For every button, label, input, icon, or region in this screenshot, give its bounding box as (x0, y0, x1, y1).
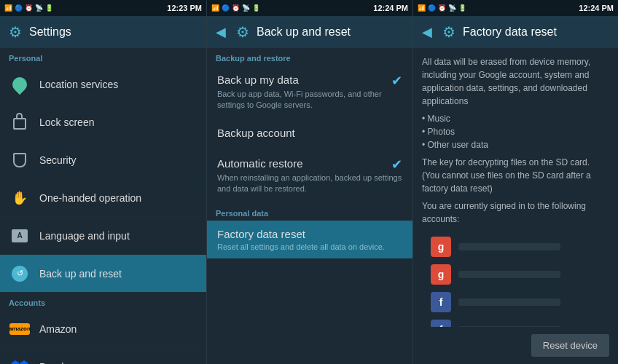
backup-my-data-subtitle: Back up app data, Wi-Fi passwords, and o… (217, 89, 402, 111)
backup-header-icon: ⚙ (236, 23, 249, 41)
backup-reset-title: Back up and reset (257, 25, 351, 39)
factory-reset-item[interactable]: Factory data reset Reset all settings an… (207, 221, 412, 258)
google-account-1-name (458, 243, 560, 250)
lock-screen-label: Lock screen (39, 116, 94, 128)
account-item-google-2: g (431, 261, 601, 288)
amazon-icon: amazon (10, 320, 29, 339)
google-icon-1: g (431, 237, 451, 257)
settings-panel-left: 📶 🔵 ⏰ 📡 🔋 12:23 PM ⚙ Settings Personal L… (0, 0, 207, 364)
account-item-facebook-2: f (431, 316, 601, 327)
backup-reset-panel: 📶 🔵 ⏰ 📡 🔋 12:24 PM ◀ ⚙ Back up and reset… (207, 0, 413, 364)
settings-header: ⚙ Settings (0, 16, 206, 48)
backup-my-data-checkmark[interactable]: ✔ (391, 73, 402, 89)
factory-reset-panel: 📶 🔵 ⏰ 📡 🔋 12:24 PM ◀ ⚙ Factory data rese… (413, 0, 618, 364)
language-input-label: Language and input (39, 230, 130, 242)
facebook-icon-2: f (431, 320, 451, 327)
reset-desc-para2: The key for decrypting files on the SD c… (422, 156, 609, 195)
sidebar-item-location-services[interactable]: Location services (0, 66, 206, 103)
sidebar-item-language-input[interactable]: A Language and input (0, 217, 206, 255)
status-icons-middle: 📶 🔵 ⏰ 📡 🔋 (211, 4, 260, 12)
factory-header-icon: ⚙ (442, 23, 455, 41)
sidebar-item-dropbox[interactable]: Dropbox (0, 348, 206, 364)
settings-title: Settings (29, 25, 71, 39)
location-services-label: Location services (39, 79, 118, 90)
google-icon-2: g (431, 264, 451, 285)
backup-reset-content: Backup and restore Back up my data ✔ Bac… (207, 48, 412, 364)
status-bar-right: 📶 🔵 ⏰ 📡 🔋 12:24 PM (413, 0, 618, 16)
reset-desc-para1: All data will be erased from device memo… (422, 55, 609, 108)
automatic-restore-checkmark[interactable]: ✔ (391, 157, 402, 173)
backup-my-data-title: Back up my data (217, 74, 299, 86)
status-bar-middle: 📶 🔵 ⏰ 📡 🔋 12:24 PM (207, 0, 412, 16)
facebook-icon-1: f (431, 292, 451, 312)
account-item-google-1: g (431, 233, 601, 261)
lock-icon (10, 113, 29, 132)
automatic-restore-item[interactable]: Automatic restore ✔ When reinstalling an… (207, 149, 412, 203)
reset-desc-bullets: • Music • Photos • Other user data (422, 112, 609, 151)
personal-section-label: Personal (0, 48, 206, 66)
status-time-right: 12:24 PM (579, 4, 614, 12)
factory-reset-title: Factory data reset (217, 228, 402, 240)
backup-my-data-item[interactable]: Back up my data ✔ Back up app data, Wi-F… (207, 66, 412, 119)
factory-reset-description: All data will be erased from device memo… (413, 48, 618, 327)
factory-reset-title: Factory data reset (463, 25, 557, 39)
status-bar-left: 📶 🔵 ⏰ 📡 🔋 12:23 PM (0, 0, 206, 16)
sidebar-item-one-handed[interactable]: ✋ One-handed operation (0, 179, 206, 217)
facebook-account-1-name (458, 298, 560, 306)
backup-restore-label: Backup and restore (207, 48, 412, 66)
reset-device-button[interactable]: Reset device (531, 334, 609, 357)
security-label: Security (39, 154, 77, 166)
factory-reset-header: ◀ ⚙ Factory data reset (413, 16, 618, 48)
svg-marker-1 (20, 360, 28, 365)
status-icons-right: 📶 🔵 ⏰ 📡 🔋 (418, 4, 466, 12)
settings-gear-icon: ⚙ (9, 23, 22, 41)
amazon-label: Amazon (39, 323, 77, 335)
one-handed-label: One-handed operation (39, 192, 141, 204)
dropbox-label: Dropbox (39, 361, 78, 365)
backup-reset-label: Back up and reset (39, 268, 122, 280)
automatic-restore-title: Automatic restore (217, 157, 303, 170)
account-item-facebook-1: f (431, 288, 601, 316)
reset-desc-para3: You are currently signed in to the follo… (422, 199, 609, 226)
backup-reset-header: ◀ ⚙ Back up and reset (207, 16, 412, 48)
google-account-2-name (458, 271, 560, 278)
factory-reset-subtitle: Reset all settings and delete all data o… (217, 242, 402, 251)
status-icons-left: 📶 🔵 ⏰ 📡 🔋 (4, 4, 53, 12)
security-icon (10, 151, 29, 170)
reset-button-bar: Reset device (413, 327, 618, 364)
location-icon (10, 75, 29, 94)
status-time-middle: 12:24 PM (373, 4, 408, 12)
back-arrow-right[interactable]: ◀ (422, 24, 432, 40)
personal-data-label: Personal data (207, 203, 412, 221)
svg-marker-0 (11, 360, 20, 365)
signed-in-accounts: g g f f ⬡ (422, 230, 609, 327)
automatic-restore-subtitle: When reinstalling an application, backed… (217, 173, 402, 195)
backup-account-title: Backup account (217, 127, 402, 139)
hand-icon: ✋ (10, 189, 29, 207)
backup-account-item[interactable]: Backup account (207, 119, 412, 149)
accounts-section-label: Accounts (0, 293, 206, 310)
settings-menu-list: Personal Location services Lock screen S… (0, 48, 206, 364)
dropbox-icon (10, 357, 29, 365)
sidebar-item-lock-screen[interactable]: Lock screen (0, 103, 206, 141)
sidebar-item-backup-reset[interactable]: ↺ Back up and reset (0, 255, 206, 293)
language-icon: A (10, 226, 29, 245)
sidebar-item-amazon[interactable]: amazon Amazon (0, 310, 206, 348)
status-time-left: 12:23 PM (167, 4, 202, 12)
back-arrow-middle[interactable]: ◀ (216, 24, 226, 40)
sidebar-item-security[interactable]: Security (0, 141, 206, 179)
backup-icon: ↺ (10, 264, 29, 283)
